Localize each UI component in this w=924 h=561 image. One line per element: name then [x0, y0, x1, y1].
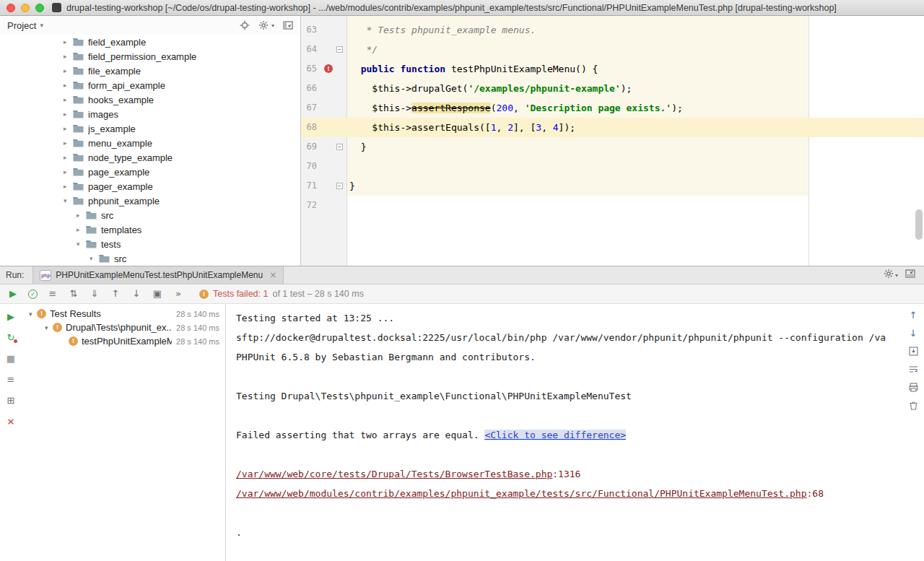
project-tree-item[interactable]: ▸form_api_example — [0, 78, 300, 92]
fold-marker-icon[interactable]: − — [336, 183, 343, 189]
pin-tab-icon[interactable]: ⊞ — [5, 395, 17, 406]
project-tree-item[interactable]: ▸js_example — [0, 121, 300, 136]
stack-trace-file-link[interactable]: /var/www/web/core/tests/Drupal/Tests/Bro… — [236, 469, 552, 479]
chevron-right-icon[interactable]: ▸ — [64, 154, 72, 161]
rerun-failed-tests-button[interactable]: ↻ — [5, 332, 17, 344]
test-tree-item[interactable]: ▾!Drupal\Tests\phpunit_ex...28 s 140 ms — [22, 321, 225, 334]
code-text[interactable]: $this->assertEquals([1, 2], [3, 4]); — [301, 118, 924, 137]
chevron-down-icon[interactable]: ▾ — [64, 197, 72, 204]
expand-all-button[interactable]: ⇓ — [89, 288, 100, 300]
chevron-right-icon[interactable]: ▸ — [64, 139, 72, 147]
editor-scrollbar[interactable] — [915, 209, 923, 240]
minimize-window-button[interactable] — [21, 4, 30, 12]
chevron-right-icon[interactable]: ▸ — [64, 110, 72, 118]
rerun-button[interactable]: ▶ — [5, 311, 17, 323]
export-results-icon[interactable] — [908, 346, 919, 357]
editor-line[interactable]: 72 — [301, 196, 924, 215]
project-panel-title[interactable]: Project — [7, 20, 36, 31]
project-tree-item[interactable]: ▸src — [0, 208, 300, 222]
project-tree-item[interactable]: ▸file_example — [0, 64, 300, 78]
stop-button[interactable]: ■ — [5, 353, 17, 365]
hide-panel-icon[interactable] — [905, 269, 915, 282]
code-editor[interactable]: 63 * Tests phpunit_example menus.64− */6… — [301, 16, 924, 266]
chevron-down-icon[interactable]: ▾ — [77, 240, 85, 248]
zoom-window-button[interactable] — [35, 4, 44, 12]
soft-wrap-icon[interactable] — [908, 364, 919, 375]
project-tree-item[interactable]: ▸pager_example — [0, 179, 300, 193]
chevron-right-icon[interactable]: ▸ — [64, 183, 72, 190]
editor-line[interactable]: 66 $this->drupalGet('/examples/phpunit-e… — [301, 79, 924, 98]
project-tree-item[interactable]: ▸field_example — [0, 35, 300, 49]
chevron-down-icon[interactable]: ▾ — [29, 310, 37, 318]
editor-line[interactable]: 69− } — [301, 137, 924, 157]
chevron-down-icon[interactable]: ▾ — [45, 324, 53, 331]
chevron-right-icon[interactable]: ▸ — [77, 226, 85, 233]
code-text[interactable]: $this->drupalGet('/examples/phpunit-exam… — [301, 79, 924, 98]
chevron-right-icon[interactable]: ▸ — [64, 38, 72, 45]
editor-line[interactable]: 63 * Tests phpunit_example menus. — [301, 20, 924, 40]
close-run-panel-button[interactable]: × — [5, 416, 17, 427]
chevron-right-icon[interactable]: ▸ — [64, 168, 72, 175]
print-icon[interactable] — [908, 382, 919, 393]
code-text[interactable]: */ — [301, 40, 924, 59]
test-history-icon[interactable]: ≡ — [5, 374, 17, 386]
line-number: 63 — [301, 20, 317, 40]
fold-marker-icon[interactable]: − — [336, 144, 343, 150]
window-title: drupal-testing-workshop [~/Code/os/drupa… — [66, 3, 837, 13]
chevron-right-icon[interactable]: ▸ — [64, 96, 72, 103]
chevron-down-icon[interactable]: ▾ — [90, 255, 98, 262]
test-tree-item[interactable]: ▾!Test Results28 s 140 ms — [22, 307, 225, 321]
project-tree-item[interactable]: ▸images — [0, 107, 300, 121]
previous-failed-test-button[interactable]: ↑ — [110, 288, 121, 300]
editor-line[interactable]: 65! public function testPhpUnitExampleMe… — [301, 59, 924, 79]
rerun-tests-button[interactable]: ▶ — [7, 288, 19, 300]
project-tree-item[interactable]: ▸field_permission_example — [0, 49, 300, 64]
settings-gear-icon[interactable] — [884, 269, 894, 282]
project-tree-item[interactable]: ▾phpunit_example — [0, 193, 300, 208]
chevron-right-icon[interactable]: ▸ — [64, 53, 72, 60]
stack-trace-file-link[interactable]: /var/www/web/modules/contrib/examples/ph… — [236, 488, 807, 499]
editor-line[interactable]: 67 $this->assertResponse(200, 'Descripti… — [301, 98, 924, 118]
import-test-results-button[interactable]: ▣ — [152, 288, 163, 300]
see-difference-link[interactable]: <Click to see difference> — [484, 430, 626, 440]
editor-line[interactable]: 64− */ — [301, 40, 924, 59]
hide-panel-icon[interactable] — [283, 20, 293, 30]
show-passed-toggle[interactable]: ✓ — [28, 290, 38, 299]
toolbar-overflow-icon[interactable]: » — [173, 288, 184, 300]
chevron-right-icon[interactable]: ▸ — [64, 125, 72, 132]
locate-file-icon[interactable] — [240, 20, 250, 30]
project-tree-item[interactable]: ▸page_example — [0, 165, 300, 179]
close-icon[interactable]: × — [269, 270, 276, 280]
failed-test-marker-icon[interactable]: ! — [324, 64, 333, 73]
project-tree-item[interactable]: ▸node_type_example — [0, 150, 300, 165]
project-tree-item[interactable]: ▸hooks_example — [0, 92, 300, 107]
editor-line[interactable]: 70 — [301, 157, 924, 176]
code-text[interactable]: public function testPhpUnitExampleMenu()… — [301, 59, 924, 79]
sort-tests-toggle[interactable]: ⇅ — [68, 288, 79, 300]
code-text[interactable]: } — [301, 137, 924, 157]
next-occurrence-button[interactable]: ↓ — [910, 328, 918, 339]
show-ignored-toggle[interactable]: ≡ — [47, 288, 58, 300]
test-tree-item[interactable]: !testPhpUnitExampleM...28 s 140 ms — [22, 334, 225, 348]
code-text[interactable]: * Tests phpunit_example menus. — [301, 20, 924, 40]
run-configuration-tab[interactable]: php PHPUnitExampleMenuTest.testPhpUnitEx… — [32, 266, 284, 284]
next-failed-test-button[interactable]: ↓ — [131, 288, 142, 300]
project-tree-item[interactable]: ▾tests — [0, 237, 300, 251]
test-console[interactable]: Testing started at 13:25 ...sftp://docke… — [226, 304, 924, 561]
chevron-right-icon[interactable]: ▸ — [64, 67, 72, 74]
project-tree-item[interactable]: ▸templates — [0, 222, 300, 237]
previous-occurrence-button[interactable]: ↑ — [910, 310, 918, 321]
settings-gear-icon[interactable] — [258, 20, 269, 30]
project-tree-item[interactable]: ▾src — [0, 251, 300, 266]
close-window-button[interactable] — [6, 4, 15, 12]
code-text[interactable]: } — [301, 176, 924, 196]
fold-marker-icon[interactable]: − — [336, 46, 343, 53]
editor-line[interactable]: 68 $this->assertEquals([1, 2], [3, 4]); — [301, 118, 924, 137]
editor-line[interactable]: 71−} — [301, 176, 924, 196]
project-tree-item[interactable]: ▸menu_example — [0, 136, 300, 150]
chevron-right-icon[interactable]: ▸ — [77, 212, 85, 219]
code-text[interactable]: $this->assertResponse(200, 'Description … — [301, 98, 924, 118]
chevron-right-icon[interactable]: ▸ — [64, 82, 72, 89]
clear-console-icon[interactable] — [908, 400, 919, 411]
chevron-down-icon[interactable]: ▾ — [40, 22, 43, 29]
